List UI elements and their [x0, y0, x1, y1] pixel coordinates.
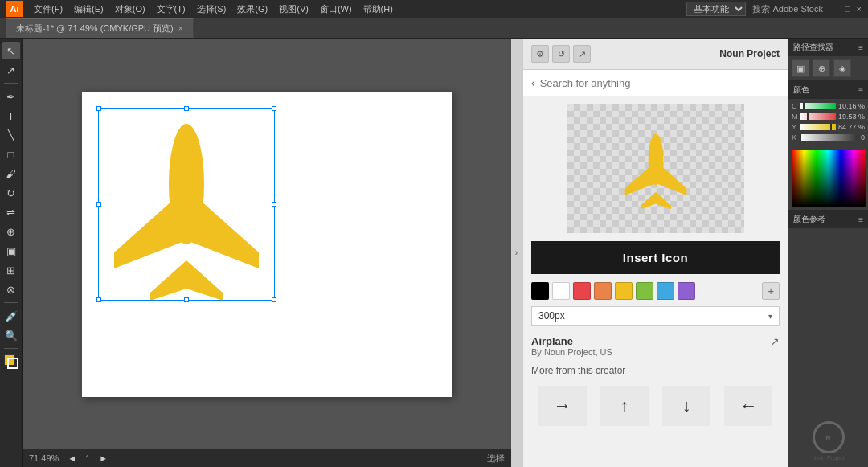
tab-bar: 未标题-1* @ 71.49% (CMYK/GPU 预览) × [0, 18, 868, 39]
menu-window[interactable]: 窗口(W) [315, 2, 357, 17]
tool-eyedropper[interactable]: 💉 [2, 307, 20, 325]
panel-options[interactable]: ≡ [858, 43, 863, 52]
search-bar: ‹ [523, 70, 788, 96]
tab-close[interactable]: × [178, 24, 183, 33]
insert-icon-button[interactable]: Insert Icon [531, 241, 780, 274]
prop-icon-3[interactable]: ◈ [833, 59, 851, 77]
window-close[interactable]: × [857, 4, 862, 14]
workspace-select[interactable]: 基本功能 [686, 2, 746, 16]
icon-name: Airplane [531, 335, 780, 347]
tool-warp[interactable]: ⊕ [2, 223, 20, 240]
settings-btn[interactable]: ⚙ [531, 45, 549, 63]
back-button[interactable]: ‹ [531, 76, 535, 89]
color-orange[interactable] [594, 282, 612, 300]
channel-y-value: 84.77 % [838, 123, 865, 131]
tool-gradient[interactable]: ▣ [2, 242, 20, 260]
zoom-level[interactable]: 71.49% [29, 453, 59, 463]
tool-rect[interactable]: □ [2, 145, 20, 163]
icon-share-btn[interactable]: ↗ [770, 335, 780, 348]
tool-mesh[interactable]: ⊞ [2, 261, 20, 279]
channel-c-bar[interactable] [800, 103, 836, 109]
handle-br[interactable] [272, 297, 276, 302]
menu-object[interactable]: 对象(O) [110, 2, 150, 17]
handle-tm[interactable] [184, 106, 189, 111]
canvas-content[interactable] [23, 39, 511, 449]
channel-y-bar[interactable] [800, 124, 836, 130]
external-btn[interactable]: ↗ [573, 45, 591, 63]
color-panel-options[interactable]: ≡ [858, 86, 863, 95]
menu-edit[interactable]: 编辑(E) [69, 2, 108, 17]
panel-header-icons: ⚙ ↺ ↗ [531, 45, 591, 63]
color-swatch-container [788, 147, 868, 210]
preview-airplane-svg [616, 129, 696, 209]
arrow-down-icon[interactable]: ↓ [662, 386, 710, 426]
size-selector[interactable]: 300px ▾ [531, 306, 780, 326]
color-green[interactable] [636, 282, 653, 300]
handle-bm[interactable] [184, 297, 189, 302]
tool-pen[interactable]: ✒ [2, 88, 20, 105]
arrow-up-icon[interactable]: ↑ [600, 386, 649, 426]
menu-file[interactable]: 文件(F) [29, 2, 68, 17]
settings-icon: ⚙ [536, 49, 544, 59]
color-ref-options[interactable]: ≡ [858, 215, 863, 224]
tool-rotate[interactable]: ↻ [2, 184, 20, 202]
tool-paintbrush[interactable]: 🖌 [2, 165, 20, 182]
refresh-btn[interactable]: ↺ [552, 45, 570, 63]
selection-box [98, 108, 275, 301]
menu-view[interactable]: 视图(V) [274, 2, 313, 17]
search-input[interactable] [540, 77, 780, 89]
search-stock[interactable]: 搜索 Adobe Stock [752, 3, 822, 15]
handle-mr[interactable] [272, 202, 276, 207]
prop-icon-1[interactable]: ▣ [792, 59, 809, 77]
palette-add-btn[interactable]: + [762, 282, 780, 300]
left-toolbar: ↖ ↗ ✒ T ╲ □ 🖌 ↻ ⇌ ⊕ ▣ ⊞ ⊗ 💉 🔍 [0, 39, 23, 467]
menu-select[interactable]: 选择(S) [192, 2, 231, 17]
icon-info: ↗ Airplane By Noun Project, US [523, 332, 788, 362]
tool-line[interactable]: ╲ [2, 126, 20, 144]
color-selector[interactable] [2, 353, 20, 371]
noun-watermark: N Noun Project [812, 421, 844, 461]
noun-panel-container: › ⚙ ↺ ↗ Noun Project [511, 39, 788, 467]
handle-ml[interactable] [96, 202, 101, 207]
color-row-m: M 19.53 % [792, 113, 865, 121]
active-tab[interactable]: 未标题-1* @ 71.49% (CMYK/GPU 预览) × [6, 18, 194, 38]
window-maximize[interactable]: □ [845, 4, 850, 14]
pathfinder-header: 路径查找器 ≡ [788, 39, 868, 56]
handle-tl[interactable] [96, 106, 101, 111]
prop-icon-2[interactable]: ⊕ [813, 59, 830, 77]
collapse-icon: › [515, 248, 518, 257]
tool-type[interactable]: T [2, 107, 20, 125]
watermark-text: N [826, 434, 831, 441]
menu-effect[interactable]: 效果(G) [232, 2, 272, 17]
tool-direct-select[interactable]: ↗ [2, 61, 20, 79]
handle-bl[interactable] [96, 297, 101, 302]
arrow-left-icon[interactable]: ← [724, 386, 772, 426]
color-yellow[interactable] [615, 282, 633, 300]
bottom-right-arrow[interactable]: ► [96, 453, 110, 463]
menu-type[interactable]: 文字(T) [152, 2, 190, 17]
color-black[interactable] [531, 282, 549, 300]
channel-k-bar[interactable] [800, 134, 858, 141]
channel-k-label: K [792, 133, 800, 141]
channel-m-bar[interactable] [800, 113, 836, 120]
tool-zoom[interactable]: 🔍 [2, 326, 20, 344]
tool-blend[interactable]: ⊗ [2, 281, 20, 298]
status-text: 选择 [487, 453, 505, 465]
window-minimize[interactable]: — [829, 4, 838, 14]
color-row-c: C 10.16 % [792, 102, 865, 110]
menu-help[interactable]: 帮助(H) [358, 2, 398, 17]
handle-tr[interactable] [272, 106, 276, 111]
separator-1 [4, 83, 18, 84]
color-blue[interactable] [657, 282, 674, 300]
tool-select[interactable]: ↖ [2, 42, 20, 59]
color-picker-swatch[interactable] [792, 150, 866, 207]
color-red[interactable] [573, 282, 591, 300]
stroke-color[interactable] [7, 358, 18, 369]
color-white[interactable] [552, 282, 570, 300]
color-purple[interactable] [678, 282, 695, 300]
panel-title: Noun Project [719, 48, 780, 59]
panel-collapse-btn[interactable]: › [511, 39, 522, 467]
tool-mirror[interactable]: ⇌ [2, 203, 20, 221]
bottom-left-arrow[interactable]: ◄ [65, 453, 79, 463]
arrow-right-icon[interactable]: → [538, 386, 587, 426]
